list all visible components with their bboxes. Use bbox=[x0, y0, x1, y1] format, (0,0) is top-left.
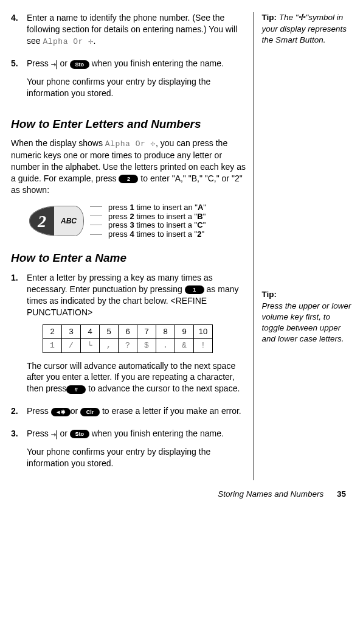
smart-button-icon: →| bbox=[51, 58, 58, 70]
name-step1-text: Enter a letter by pressing a key as many… bbox=[27, 272, 246, 318]
key-figure: 2 ABC press 1 time to insert an "A" pres… bbox=[29, 203, 246, 240]
key-legend: press 1 time to insert an "A" press 2 ti… bbox=[108, 203, 206, 240]
sidebar-tip-1: Tip: The "✢"symbol in your display repre… bbox=[261, 12, 352, 46]
step-number: 1. bbox=[11, 272, 27, 401]
sto-button-icon: Sto bbox=[70, 60, 89, 69]
step-number: 5. bbox=[11, 58, 27, 105]
clover-icon: ✢ bbox=[298, 13, 305, 22]
hash-key-icon: # bbox=[66, 385, 86, 394]
section1-intro: When the display shows Alpha Or ✢, you c… bbox=[11, 138, 246, 195]
name-step2-text: Press ◄✱or Clr to erase a letter if you … bbox=[27, 405, 246, 417]
sto-button-icon: Sto bbox=[70, 430, 89, 438]
key-2-icon: 2 bbox=[119, 175, 138, 183]
lcd-text: Alpha Or ✢ bbox=[43, 37, 93, 46]
section-heading: How to Enter a Name bbox=[11, 250, 246, 266]
name-step3-text: Press →| or Sto when you finish entering… bbox=[27, 428, 246, 440]
step-number: 4. bbox=[11, 12, 27, 53]
sidebar-tip-2: Tip: Press the upper or lower volume key… bbox=[261, 289, 352, 345]
step-number: 3. bbox=[11, 428, 27, 475]
punctuation-table: 2 3 4 5 6 7 8 9 10 1 / bbox=[43, 324, 213, 353]
smart-button-icon: →| bbox=[51, 429, 58, 440]
page-footer: Storing Names and Numbers 35 bbox=[0, 485, 363, 508]
key-2-shape: 2 ABC bbox=[29, 206, 84, 236]
star-key-icon: ◄✱ bbox=[51, 408, 71, 416]
step5-confirm: Your phone confirms your entry by displa… bbox=[27, 76, 246, 99]
step4-text: Enter a name to identify the phone numbe… bbox=[27, 12, 246, 47]
clr-button-icon: Clr bbox=[80, 408, 100, 416]
key-1-icon: 1 bbox=[185, 285, 204, 294]
step-number: 2. bbox=[11, 405, 27, 423]
lcd-text: Alpha Or ✢ bbox=[105, 139, 156, 149]
footer-section: Storing Names and Numbers bbox=[218, 489, 323, 499]
page-number: 35 bbox=[337, 489, 346, 499]
name-step1-after: The cursor will advance automatically to… bbox=[27, 360, 246, 395]
section-heading: How to Enter Letters and Numbers bbox=[11, 116, 246, 132]
name-step3-confirm: Your phone confirms your entry by displa… bbox=[27, 446, 246, 469]
step5-text: Press →| or Sto when you finish entering… bbox=[27, 58, 246, 70]
